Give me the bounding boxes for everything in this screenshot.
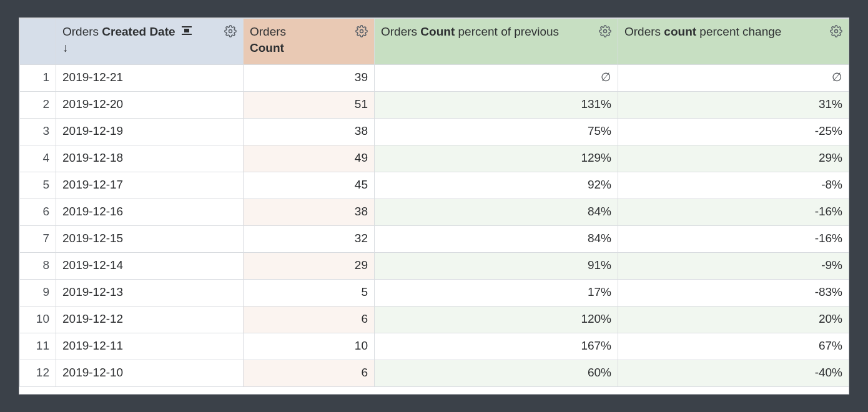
data-table: Orders Created Date <box>19 18 849 387</box>
gear-icon[interactable] <box>599 25 611 37</box>
svg-point-6 <box>835 30 838 33</box>
cell-percent-change[interactable]: -25% <box>618 119 849 145</box>
table-body: 12019-12-2139∅∅22019-12-2051131%31%32019… <box>20 65 849 387</box>
cell-orders-count[interactable]: 5 <box>244 280 375 307</box>
table-row[interactable]: 22019-12-2051131%31% <box>20 92 849 119</box>
cell-percent-of-previous[interactable]: 92% <box>375 172 618 199</box>
cell-orders-count[interactable]: 6 <box>244 307 375 333</box>
row-number: 4 <box>20 145 56 172</box>
table-row[interactable]: 92019-12-13517%-83% <box>20 280 849 307</box>
svg-point-3 <box>229 30 232 33</box>
cell-orders-count[interactable]: 29 <box>244 253 375 280</box>
cell-created-date[interactable]: 2019-12-15 <box>56 226 244 253</box>
cell-created-date[interactable]: 2019-12-17 <box>56 172 244 199</box>
cell-orders-count[interactable]: 38 <box>244 119 375 145</box>
pivot-icon[interactable] <box>181 24 192 34</box>
header-created-date[interactable]: Orders Created Date <box>56 19 244 65</box>
row-number: 11 <box>20 333 56 360</box>
row-number: 10 <box>20 307 56 333</box>
header-orders-count-label: Orders Count <box>250 24 286 56</box>
cell-orders-count[interactable]: 6 <box>244 360 375 387</box>
cell-percent-of-previous[interactable]: 129% <box>375 145 618 172</box>
cell-orders-count[interactable]: 49 <box>244 145 375 172</box>
row-number: 2 <box>20 92 56 119</box>
header-created-date-label: Orders Created Date <box>62 24 192 56</box>
cell-percent-of-previous[interactable]: 167% <box>375 333 618 360</box>
row-number: 12 <box>20 360 56 387</box>
table-row[interactable]: 52019-12-174592%-8% <box>20 172 849 199</box>
cell-percent-change[interactable]: -9% <box>618 253 849 280</box>
cell-percent-change[interactable]: -8% <box>618 172 849 199</box>
data-table-panel: Orders Created Date <box>19 17 849 395</box>
header-percent-change-label: Orders count percent change <box>624 24 781 40</box>
cell-percent-change[interactable]: 67% <box>618 333 849 360</box>
cell-percent-change[interactable]: -16% <box>618 226 849 253</box>
cell-percent-change[interactable]: -83% <box>618 280 849 307</box>
cell-percent-change[interactable]: 29% <box>618 145 849 172</box>
cell-percent-change[interactable]: 20% <box>618 307 849 333</box>
cell-percent-of-previous[interactable]: 75% <box>375 119 618 145</box>
cell-created-date[interactable]: 2019-12-10 <box>56 360 244 387</box>
header-row: Orders Created Date <box>20 19 849 65</box>
row-number: 5 <box>20 172 56 199</box>
cell-created-date[interactable]: 2019-12-19 <box>56 119 244 145</box>
table-row[interactable]: 82019-12-142991%-9% <box>20 253 849 280</box>
cell-percent-change[interactable]: ∅ <box>618 65 849 92</box>
cell-created-date[interactable]: 2019-12-14 <box>56 253 244 280</box>
cell-percent-of-previous[interactable]: ∅ <box>375 65 618 92</box>
cell-percent-of-previous[interactable]: 17% <box>375 280 618 307</box>
table-row[interactable]: 72019-12-153284%-16% <box>20 226 849 253</box>
cell-orders-count[interactable]: 51 <box>244 92 375 119</box>
cell-created-date[interactable]: 2019-12-18 <box>56 145 244 172</box>
cell-percent-of-previous[interactable]: 91% <box>375 253 618 280</box>
header-rownum <box>20 19 56 65</box>
cell-orders-count[interactable]: 32 <box>244 226 375 253</box>
gear-icon[interactable] <box>830 25 842 37</box>
cell-created-date[interactable]: 2019-12-21 <box>56 65 244 92</box>
table-row[interactable]: 102019-12-126120%20% <box>20 307 849 333</box>
cell-orders-count[interactable]: 10 <box>244 333 375 360</box>
cell-percent-of-previous[interactable]: 120% <box>375 307 618 333</box>
header-percent-of-previous[interactable]: Orders Count percent of previous <box>375 19 618 65</box>
cell-orders-count[interactable]: 38 <box>244 199 375 226</box>
cell-percent-of-previous[interactable]: 131% <box>375 92 618 119</box>
cell-orders-count[interactable]: 45 <box>244 172 375 199</box>
header-percent-change[interactable]: Orders count percent change <box>618 19 849 65</box>
gear-icon[interactable] <box>355 25 368 37</box>
cell-percent-change[interactable]: 31% <box>618 92 849 119</box>
header-orders-count[interactable]: Orders Count <box>244 19 375 65</box>
table-row[interactable]: 122019-12-10660%-40% <box>20 360 849 387</box>
cell-orders-count[interactable]: 39 <box>244 65 375 92</box>
cell-created-date[interactable]: 2019-12-12 <box>56 307 244 333</box>
row-number: 3 <box>20 119 56 145</box>
cell-created-date[interactable]: 2019-12-20 <box>56 92 244 119</box>
table-row[interactable]: 42019-12-1849129%29% <box>20 145 849 172</box>
row-number: 6 <box>20 199 56 226</box>
header-percent-of-previous-label: Orders Count percent of previous <box>381 24 559 40</box>
cell-created-date[interactable]: 2019-12-16 <box>56 199 244 226</box>
svg-point-5 <box>604 30 607 33</box>
screenshot-frame: Orders Created Date <box>0 0 868 412</box>
cell-percent-change[interactable]: -40% <box>618 360 849 387</box>
cell-created-date[interactable]: 2019-12-11 <box>56 333 244 360</box>
cell-percent-of-previous[interactable]: 60% <box>375 360 618 387</box>
svg-point-4 <box>360 30 363 33</box>
gear-icon[interactable] <box>224 25 237 37</box>
cell-percent-of-previous[interactable]: 84% <box>375 199 618 226</box>
cell-percent-change[interactable]: -16% <box>618 199 849 226</box>
table-row[interactable]: 112019-12-1110167%67% <box>20 333 849 360</box>
svg-rect-2 <box>184 29 189 32</box>
row-number: 9 <box>20 280 56 307</box>
row-number: 8 <box>20 253 56 280</box>
cell-created-date[interactable]: 2019-12-13 <box>56 280 244 307</box>
table-row[interactable]: 12019-12-2139∅∅ <box>20 65 849 92</box>
row-number: 1 <box>20 65 56 92</box>
sort-desc-icon: ↓ <box>62 40 69 56</box>
table-row[interactable]: 62019-12-163884%-16% <box>20 199 849 226</box>
cell-percent-of-previous[interactable]: 84% <box>375 226 618 253</box>
table-row[interactable]: 32019-12-193875%-25% <box>20 119 849 145</box>
row-number: 7 <box>20 226 56 253</box>
